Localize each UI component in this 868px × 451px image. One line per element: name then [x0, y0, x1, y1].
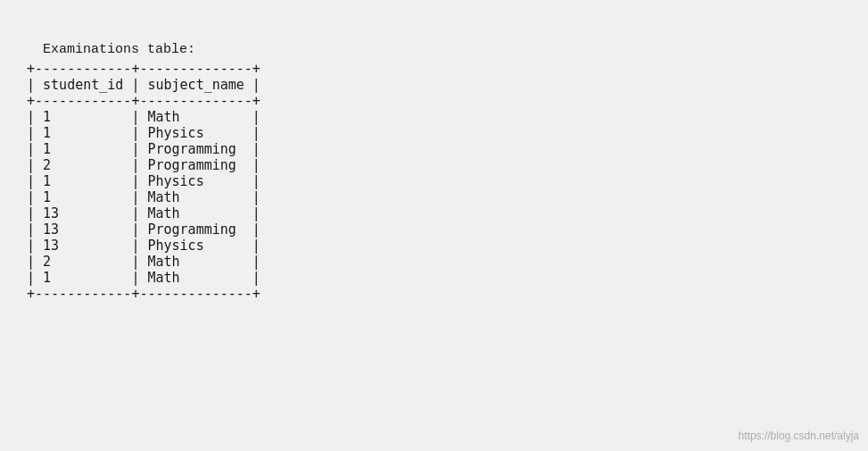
- table-title: Examinations table:: [43, 42, 195, 57]
- terminal-output: Examinations table:: [27, 18, 841, 61]
- table-container: +------------+--------------+ | student_…: [27, 61, 841, 302]
- ascii-table: +------------+--------------+ | student_…: [27, 61, 841, 302]
- watermark: https://blog.csdn.net/alyja: [739, 430, 859, 442]
